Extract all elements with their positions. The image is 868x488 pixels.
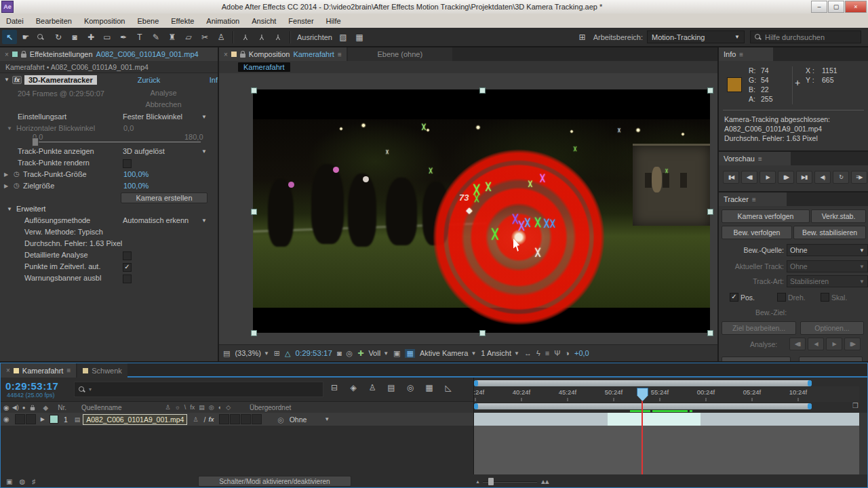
track-camera-button[interactable]: Kamera verfolgen (722, 209, 810, 223)
panel-menu-icon[interactable]: ≡ (758, 155, 762, 163)
fx-value-track-point-size[interactable]: 100,0% (123, 170, 149, 178)
time-ruler[interactable]: 35:24f40:24f45:24f50:24f55:24f00:24f05:2… (474, 386, 859, 402)
twirl-icon[interactable]: ▼ (7, 125, 12, 131)
fx-checkbox-detailed-analysis[interactable] (123, 251, 132, 260)
layer-duration-bar[interactable] (474, 413, 859, 426)
view-axis-mode-icon[interactable]: Y (271, 30, 285, 44)
transparency-grid-icon[interactable]: ▦ (405, 349, 414, 358)
close-panel-icon[interactable]: × (224, 51, 228, 58)
parent-dropdown[interactable]: Ohne▼ (290, 415, 330, 424)
snap-toggle-icon[interactable]: Ausrichten (295, 30, 334, 44)
fx-dropdown-solve-method[interactable]: Automatisch erkenn▼ (121, 216, 209, 225)
fx-dropdown-shot-type[interactable]: Fester Blickwinkel▼ (121, 112, 209, 121)
menu-item-hilfe[interactable]: Hilfe (320, 14, 347, 28)
layer-row[interactable]: ◉ ▶ 1 ▤ A082_C006_0101A9_001.mp4 ♙ / fx … (1, 413, 473, 426)
parent-pickwhip-icon[interactable]: ◎ (277, 415, 283, 424)
local-axis-mode-icon[interactable]: Y (238, 30, 253, 44)
panel-menu-icon[interactable]: ≡ (739, 51, 743, 58)
selection-handle[interactable] (707, 330, 713, 336)
toggle-modes-icon[interactable]: ◍ (19, 478, 25, 485)
puppet-pin-tool[interactable]: ♙ (214, 30, 229, 44)
workspace-dropdown[interactable]: Motion-Tracking ▼ (647, 30, 745, 43)
fx-dropdown-show-track-points[interactable]: 3D aufgelöst▼ (121, 146, 209, 156)
fx-checkbox-hide-warning-banner[interactable] (123, 274, 132, 283)
twirl-icon[interactable]: ▼ (4, 77, 9, 83)
stabilize-motion-button[interactable]: Bew. stabilisieren (793, 226, 866, 239)
track-target-overlay[interactable] (433, 149, 605, 325)
tracker-tab[interactable]: Tracker ≡ (719, 192, 787, 206)
audio-toggle-button[interactable]: ◀) (814, 171, 831, 184)
flipbook-icon[interactable]: ▤ (223, 349, 230, 358)
fx-checkbox-auto-delete-points[interactable]: ✓ (123, 263, 132, 272)
pen-tool[interactable]: ✒ (116, 30, 131, 44)
region-of-interest-icon[interactable]: ▣ (393, 349, 400, 358)
comp-current-time[interactable]: 0:29:53:17 (296, 349, 332, 357)
previous-frame-button[interactable]: ◀▮ (741, 171, 757, 184)
timeline-zoom-slider[interactable]: ▲ ▲▲ (475, 478, 548, 485)
selection-handle[interactable] (251, 87, 257, 94)
stopwatch-icon[interactable]: ◷ (14, 182, 20, 189)
layer-fx-icon[interactable]: fx (208, 416, 214, 423)
layer-switch-box[interactable] (26, 414, 36, 424)
fx-checkbox-render-track-points[interactable] (123, 159, 132, 168)
next-frame-button[interactable]: ▮▶ (778, 171, 794, 184)
selection-handle[interactable] (479, 330, 486, 336)
menu-item-fenster[interactable]: Fenster (282, 14, 319, 28)
timeline-navigator-bar[interactable] (474, 380, 812, 386)
work-area-bar[interactable] (474, 403, 812, 409)
layer-tab[interactable]: Ebene (ohne) (348, 47, 452, 61)
help-search-input[interactable]: Hilfe durchsuchen (750, 30, 861, 43)
camera-view-dropdown[interactable]: Aktive Kamera▼ (420, 349, 476, 357)
info-tab[interactable]: Info ≡ (719, 47, 773, 61)
twirl-icon[interactable]: ▶ (4, 171, 8, 178)
comp-mini-flowchart-icon[interactable]: ⊟ (325, 383, 344, 392)
frame-blending-icon[interactable]: ▤ (382, 383, 401, 392)
hide-shy-layers-icon[interactable]: ♙ (363, 383, 382, 392)
rotation-tool[interactable]: ↻ (51, 30, 66, 44)
panel-menu-icon[interactable]: ≡ (338, 51, 342, 58)
timeline-tab-kamerafahrt[interactable]: × Kamerafahrt ≡ (1, 363, 76, 378)
comp-flowchart-icon[interactable]: Ψ (554, 349, 560, 357)
reset-exposure-icon[interactable]: ◑ (565, 349, 570, 357)
selection-handle[interactable] (707, 209, 713, 215)
pixel-aspect-icon[interactable]: ↔ (524, 349, 532, 357)
resolution-dropdown[interactable]: Voll▼ (368, 349, 389, 357)
clone-stamp-tool[interactable]: ♜ (165, 30, 180, 44)
safe-areas-icon[interactable]: ⊞ (274, 349, 280, 358)
loop-button[interactable]: ↻ (833, 171, 849, 184)
effect-name[interactable]: 3D-Kameratracker (24, 75, 97, 85)
ram-preview-button[interactable]: ≡▶ (851, 171, 867, 184)
fast-preview-icon[interactable]: ϟ (536, 349, 540, 357)
twirl-icon[interactable]: ▼ (7, 206, 12, 212)
toggle-switches-icon[interactable]: ▣ (6, 478, 12, 485)
zoom-slider-handle[interactable] (488, 478, 494, 485)
mini-timeline-icon[interactable]: ≡ (545, 349, 549, 357)
toggle-inout-icon[interactable]: ♯ (32, 478, 35, 485)
mask-visibility-icon[interactable]: △ (285, 349, 290, 358)
panel-menu-icon[interactable]: ≡ (66, 367, 71, 374)
layer-expand-icon[interactable]: ▶ (41, 416, 45, 422)
close-panel-icon[interactable]: × (5, 51, 9, 58)
layer-source-name[interactable]: A082_C006_0101A9_001.mp4 (83, 414, 187, 425)
zoom-out-mountain-icon[interactable]: ▲ (475, 479, 480, 484)
motion-blur-icon[interactable]: ◎ (401, 383, 420, 392)
twirl-icon[interactable]: ▶ (4, 183, 8, 189)
zoom-in-mountain-icon[interactable]: ▲▲ (540, 478, 548, 485)
show-snapshot-icon[interactable]: ◎ (347, 349, 353, 358)
track-motion-button[interactable]: Bew. verfolgen (722, 226, 792, 239)
stopwatch-icon[interactable]: ◷ (14, 170, 20, 178)
comp-marker-bin-icon[interactable]: ❒ (852, 402, 859, 409)
minimize-button[interactable]: – (811, 1, 827, 13)
world-axis-mode-icon[interactable]: Y (254, 30, 269, 44)
comp-breadcrumb[interactable]: Kamerafahrt (238, 62, 290, 72)
maximize-button[interactable]: ▢ (828, 1, 844, 13)
menu-item-ansicht[interactable]: Ansicht (245, 14, 282, 28)
selection-tool[interactable]: ↖ (2, 30, 17, 44)
menu-item-datei[interactable]: Datei (0, 14, 30, 28)
effect-info-link[interactable]: Inf (210, 76, 218, 84)
timeline-vertical-scrollbar[interactable] (859, 413, 867, 474)
fx-value-target-size[interactable]: 100,0% (123, 182, 149, 190)
selection-handle[interactable] (251, 209, 257, 215)
close-button[interactable]: × (845, 1, 867, 13)
composition-tab[interactable]: × Komposition Kamerafahrt ≡ (219, 47, 347, 61)
